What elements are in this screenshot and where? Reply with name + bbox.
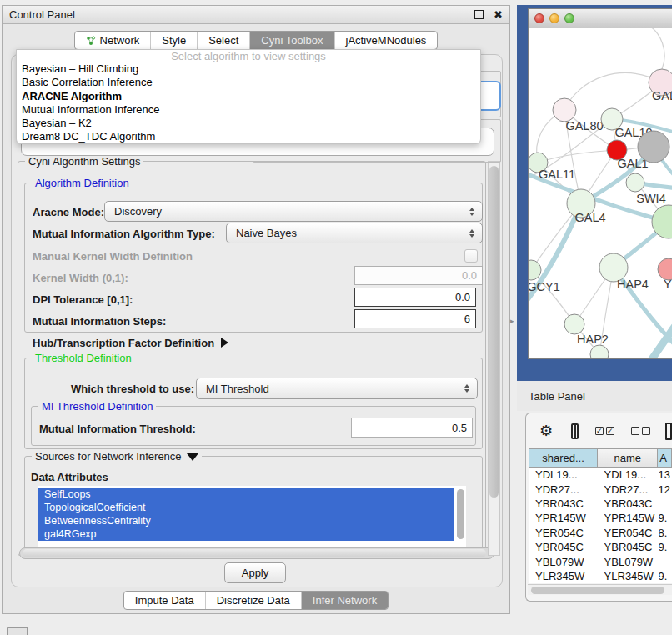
table-row[interactable]: YBR043CYBR043C: [529, 497, 672, 511]
table-row[interactable]: YPR145WYPR145W9.: [529, 511, 672, 525]
tab-cyni-toolbox[interactable]: Cyni Toolbox: [249, 32, 333, 49]
network-node[interactable]: [626, 173, 644, 192]
tab-network[interactable]: Network: [75, 32, 151, 49]
combo-arrows-icon: [464, 384, 469, 392]
table-row[interactable]: YBR045CYBR045C9.: [529, 540, 672, 554]
table-body[interactable]: YDL19...YDL19...13YDR27...YDR27...12YBR0…: [529, 468, 672, 583]
tab-label: Discretize Data: [217, 594, 290, 607]
hub-section-label: Hub/Transcription Factor Definition: [33, 337, 214, 349]
scrollbar-thumb[interactable]: [489, 166, 499, 498]
network-node[interactable]: [553, 98, 576, 122]
zoom-traffic-light[interactable]: [564, 13, 574, 23]
column-header-partial[interactable]: A: [658, 448, 672, 468]
data-attributes-list[interactable]: SelfLoopsTopologicalCoefficientBetweenne…: [38, 486, 466, 548]
network-node[interactable]: [638, 131, 669, 162]
close-traffic-light[interactable]: [534, 13, 544, 23]
hub-section-toggle[interactable]: Hub/Transcription Factor Definition: [33, 337, 228, 349]
manual-kernel-label: Manual Kernel Width Definition: [33, 250, 193, 262]
algorithm-option[interactable]: Bayesian – Hill Climbing: [17, 62, 480, 76]
table-horizontal-scrollbar[interactable]: [528, 584, 672, 595]
network-edge[interactable]: [564, 73, 662, 110]
table-cell: YBR043C: [529, 498, 599, 510]
gear-icon[interactable]: ⚙: [539, 422, 553, 440]
columns-icon[interactable]: [571, 423, 579, 439]
table-cell: YER054C: [529, 527, 599, 539]
settings-horizontal-scrollbar[interactable]: [19, 548, 494, 559]
algorithm-option[interactable]: Dream8 DC_TDC Algorithm: [17, 130, 480, 143]
tab-impute-data[interactable]: Impute Data: [124, 592, 205, 609]
mi-steps-input[interactable]: 6: [354, 309, 476, 328]
data-attribute-item[interactable]: gal4RGexp: [38, 528, 454, 541]
algorithm-option[interactable]: Mutual Information Inference: [17, 103, 480, 117]
splitter-handle[interactable]: ▸: [510, 317, 517, 325]
field-value: 0.5: [452, 422, 467, 434]
expand-arrow-icon[interactable]: [221, 338, 228, 348]
select-all-icon[interactable]: ✓ ✓: [595, 427, 614, 435]
mi-type-combo[interactable]: Naive Bayes: [226, 222, 483, 243]
export-table-icon[interactable]: [665, 422, 672, 440]
aracne-mode-label: Aracne Mode:: [33, 206, 104, 218]
tab-style[interactable]: Style: [150, 32, 197, 49]
network-node-label: HAP2: [577, 332, 609, 346]
tab-label: Style: [162, 34, 186, 47]
data-attribute-item[interactable]: BetweennessCentrality: [38, 514, 454, 528]
tab-label: Infer Network: [313, 594, 377, 607]
unchecked-checkbox-icon: [631, 427, 639, 435]
sources-title[interactable]: Sources for Network Inference: [32, 450, 202, 462]
scrollbar-thumb[interactable]: [23, 549, 486, 558]
network-node-label: GCY1: [529, 280, 560, 293]
data-attribute-item[interactable]: SelfLoops: [38, 488, 454, 501]
minimize-traffic-light[interactable]: [549, 13, 559, 23]
dpi-tolerance-input[interactable]: 0.0: [354, 288, 476, 307]
control-panel-titlebar[interactable]: Control Panel ✖: [3, 6, 509, 24]
which-threshold-label: Which threshold to use:: [71, 382, 194, 395]
settings-vertical-scrollbar[interactable]: [488, 161, 500, 556]
close-icon[interactable]: ✖: [494, 11, 503, 19]
list-scrollbar-thumb[interactable]: [457, 489, 464, 539]
apply-button[interactable]: Apply: [224, 562, 286, 583]
algorithm-option[interactable]: Basic Correlation Inference: [17, 76, 480, 89]
mi-type-label: Mutual Information Algorithm Type:: [33, 228, 215, 240]
deselect-all-icon[interactable]: [631, 427, 650, 435]
combo-value: MI Threshold: [206, 382, 269, 395]
scrollbar-thumb[interactable]: [531, 587, 664, 594]
collapse-arrow-icon[interactable]: [187, 453, 198, 461]
manual-kernel-checkbox[interactable]: [464, 249, 478, 262]
algorithm-option[interactable]: Bayesian – K2: [17, 117, 480, 130]
table-toolbar: ⚙ ✓ ✓: [526, 418, 672, 443]
table-cell: YLR345W: [529, 570, 599, 582]
network-node-label: GAL: [652, 89, 672, 102]
mi-threshold-input[interactable]: 0.5: [351, 418, 473, 438]
kernel-width-input[interactable]: 0.0: [354, 266, 483, 285]
algorithm-option[interactable]: ARACNE Algorithm: [17, 90, 480, 103]
data-attribute-item[interactable]: TopologicalCoefficient: [38, 501, 454, 514]
settings-group-title: Cyni Algorithm Settings: [25, 155, 143, 168]
aracne-mode-combo[interactable]: Discovery: [104, 201, 483, 222]
table-row[interactable]: YDR27...YDR27...12: [529, 482, 672, 496]
column-header-name[interactable]: name: [598, 448, 658, 468]
tab-select[interactable]: Select: [197, 32, 249, 49]
data-attributes-label: Data Attributes: [31, 471, 108, 483]
which-threshold-combo[interactable]: MI Threshold: [196, 378, 478, 399]
table-cell: YLR345W: [599, 570, 659, 582]
floating-panel-icon[interactable]: [7, 627, 28, 635]
checked-checkbox-icon: ✓: [606, 427, 614, 435]
tab-infer-network[interactable]: Infer Network: [301, 592, 388, 609]
combo-arrows-icon: [469, 229, 474, 238]
network-node[interactable]: [564, 314, 584, 334]
network-view-window[interactable]: GALGAL80GAL10GAL1GAL11SWI4GAL4GCY1HAP4YH…: [528, 8, 672, 359]
table-row[interactable]: YDL19...YDL19...13: [529, 468, 672, 482]
network-node[interactable]: [529, 260, 541, 280]
tab-jactivemnodules[interactable]: jActiveMNodules: [334, 32, 438, 49]
network-canvas[interactable]: GALGAL80GAL10GAL1GAL11SWI4GAL4GCY1HAP4YH…: [529, 28, 672, 358]
network-edge[interactable]: [538, 150, 617, 162]
column-header-shared-name[interactable]: shared...: [529, 448, 598, 468]
network-window-titlebar[interactable]: [529, 9, 672, 28]
float-panel-icon[interactable]: [474, 10, 484, 19]
tab-discretize-data[interactable]: Discretize Data: [205, 592, 301, 609]
network-edge[interactable]: [645, 28, 664, 69]
table-row[interactable]: YBL079WYBL079W: [529, 554, 672, 568]
network-node-label: Y: [664, 278, 672, 291]
table-row[interactable]: YER054CYER054C8.: [529, 526, 672, 540]
table-row[interactable]: YLR345WYLR345W9.: [529, 569, 672, 583]
